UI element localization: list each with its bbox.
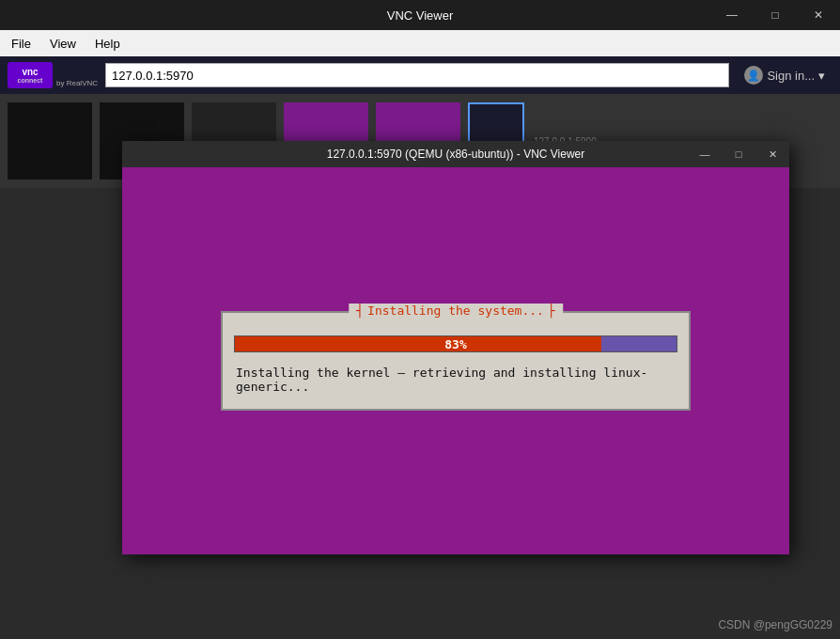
vnc-minimize-button[interactable]: — [688, 141, 722, 167]
watermark: CSDN @pengGG0229 [718, 618, 832, 631]
close-button[interactable]: ✕ [797, 0, 840, 30]
vnc-window-controls: — □ ✕ [688, 141, 789, 167]
logo-subtitle: by RealVNC [56, 79, 98, 87]
header-right-bracket: ├ [548, 304, 555, 318]
progress-bar-fill [235, 336, 601, 351]
progress-bar-container: 83% [234, 335, 677, 352]
install-header-title: Installing the system... [367, 304, 544, 318]
vnc-window: 127.0.0.1:5970 (QEMU (x86-ubuntu)) - VNC… [122, 141, 789, 554]
menu-help[interactable]: Help [87, 35, 128, 53]
vnc-close-button[interactable]: ✕ [755, 141, 789, 167]
dropdown-arrow-icon: ▾ [818, 69, 825, 83]
app-title: VNC Viewer [387, 8, 454, 23]
thumbnail-1[interactable] [8, 102, 92, 179]
minimize-button[interactable]: — [710, 0, 754, 30]
vnc-content[interactable]: ┤ Installing the system... ├ 83% Install… [122, 167, 789, 554]
menu-file[interactable]: File [4, 35, 39, 53]
sign-in-button[interactable]: 👤 Sign in... ▾ [737, 62, 832, 88]
sign-in-label: Sign in... [767, 69, 815, 83]
vnc-logo-icon: vnc connect [8, 62, 53, 88]
vnc-logo: vnc connect by RealVNC [8, 62, 98, 88]
toolbar: vnc connect by RealVNC 👤 Sign in... ▾ [0, 56, 840, 94]
menu-view[interactable]: View [42, 35, 84, 53]
window-controls: — □ ✕ [710, 0, 840, 30]
title-bar: VNC Viewer — □ ✕ [0, 0, 840, 30]
vnc-window-title: 127.0.0.1:5970 (QEMU (x86-ubuntu)) - VNC… [327, 148, 585, 161]
install-progress-box: ┤ Installing the system... ├ 83% Install… [221, 311, 691, 411]
vnc-window-title-bar: 127.0.0.1:5970 (QEMU (x86-ubuntu)) - VNC… [122, 141, 789, 167]
user-icon: 👤 [744, 66, 763, 85]
address-input[interactable] [105, 63, 729, 87]
menu-bar: File View Help [0, 30, 840, 56]
header-left-bracket: ┤ [356, 304, 364, 318]
progress-label: 83% [444, 337, 466, 351]
install-box-header: ┤ Installing the system... ├ [349, 304, 563, 318]
maximize-button[interactable]: □ [754, 0, 797, 30]
install-status-text: Installing the kernel – retrieving and i… [234, 362, 677, 397]
vnc-maximize-button[interactable]: □ [722, 141, 755, 167]
